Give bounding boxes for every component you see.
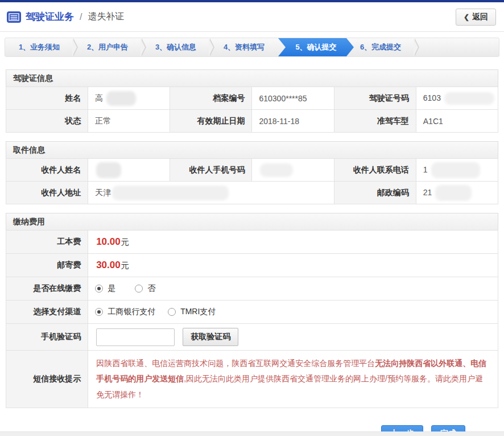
redacted-blur: [96, 162, 121, 178]
license-number-label: 驾驶证号码: [334, 87, 416, 110]
table-row: 手机验证码 获取验证码: [6, 324, 498, 351]
get-sms-code-button[interactable]: 获取验证码: [183, 328, 238, 346]
radio-unselected-icon[interactable]: [168, 308, 176, 316]
section-license-info: 驾驶证信息 姓名 高 档案编号 610300****85 驾驶证号码 6103 …: [6, 69, 498, 133]
radio-selected-icon[interactable]: [95, 285, 103, 293]
fees-table: 工本费 10.00元 邮寄费 30.00元 是否在线缴费: [6, 230, 498, 408]
table-row: 工本费 10.00元: [6, 231, 498, 254]
sms-notice-cell: 因陕西省联通、电信运营商技术问题，陕西省互联网交通安全综合服务管理平台无法向持陕…: [88, 351, 498, 408]
recipient-mobile-label: 收件人手机号码: [170, 159, 252, 182]
recipient-mobile-value: [252, 159, 334, 182]
postage-fee-value: 30.00元: [88, 254, 498, 277]
recipient-phone-label: 收件人联系电话: [334, 159, 416, 182]
radio-option-yes[interactable]: 是: [95, 283, 115, 294]
radio-unselected-icon[interactable]: [135, 285, 143, 293]
sms-notice-label: 短信接收提示: [6, 351, 88, 408]
postage-fee-unit: 元: [121, 261, 129, 270]
section-title-fees: 缴纳费用: [6, 213, 498, 230]
table-row: 状态 正常 有效期止日期 2018-11-18 准驾车型 A1C1: [6, 110, 498, 133]
file-number-label: 档案编号: [170, 87, 252, 110]
radio-label: 工商银行支付: [108, 307, 155, 317]
table-row: 姓名 高 档案编号 610300****85 驾驶证号码 6103: [6, 87, 498, 110]
payment-channel-options: 工商银行支付 TMRI支付: [88, 301, 498, 324]
name-value: 高: [88, 87, 170, 110]
name-label: 姓名: [6, 87, 88, 110]
breadcrumb-divider: /: [80, 12, 82, 22]
recipient-name-label: 收件人姓名: [6, 159, 88, 182]
step-tab-1[interactable]: 1、业务须知: [5, 38, 73, 56]
table-row: 选择支付渠道 工商银行支付 TMRI支付: [6, 301, 498, 324]
table-row: 收件人地址 天津 邮政编码 21: [6, 182, 498, 204]
recipient-address-label: 收件人地址: [6, 182, 88, 204]
step-tab-3[interactable]: 3、确认信息: [142, 38, 210, 56]
radio-label: TMRI支付: [180, 307, 216, 317]
pickup-info-table: 收件人姓名 收件人手机号码 收件人联系电话 1 收件人地址: [6, 158, 498, 204]
sms-code-label: 手机验证码: [6, 324, 88, 351]
step-tab-4[interactable]: 4、资料填写: [210, 38, 278, 56]
sms-notice-text: 因陕西省联通、电信运营商技术问题，陕西省互联网交通安全综合服务管理平台无法向持陕…: [96, 356, 490, 402]
cost-fee-value: 10.00元: [88, 231, 498, 254]
radio-option-tmri[interactable]: TMRI支付: [168, 307, 216, 317]
section-fees: 缴纳费用 工本费 10.00元 邮寄费 30.00元 是否在线缴费: [6, 213, 498, 408]
table-row: 是否在线缴费 是 否: [6, 277, 498, 301]
radio-option-icbc[interactable]: 工商银行支付: [95, 307, 155, 317]
main-content: 驾驶证信息 姓名 高 档案编号 610300****85 驾驶证号码 6103 …: [0, 69, 504, 436]
redacted-blur: [431, 162, 480, 178]
postage-fee-label: 邮寄费: [6, 254, 88, 277]
radio-selected-icon[interactable]: [95, 308, 103, 316]
redacted-blur: [435, 185, 472, 201]
online-payment-options: 是 否: [88, 277, 498, 301]
section-title-license: 驾驶证信息: [6, 69, 498, 87]
redacted-blur: [106, 91, 136, 106]
step-tab-6[interactable]: 6、完成提交: [346, 38, 415, 56]
back-button-label: 返回: [472, 12, 488, 22]
header: 驾驶证业务 / 遗失补证 ❮ 返回: [0, 2, 504, 32]
form-list-icon: [7, 11, 21, 23]
page-title: 驾驶证业务: [26, 10, 74, 23]
recipient-phone-value: 1: [416, 159, 498, 182]
page: 驾驶证业务 / 遗失补证 ❮ 返回 1、业务须知 2、用户申告 3、确认信息 4…: [0, 0, 504, 436]
payment-channel-label: 选择支付渠道: [6, 301, 88, 324]
expiry-date-value: 2018-11-18: [252, 110, 334, 133]
vehicle-class-label: 准驾车型: [334, 110, 416, 133]
file-number-value: 610300****85: [252, 87, 334, 110]
step-tab-2[interactable]: 2、用户申告: [73, 38, 142, 56]
table-row: 邮寄费 30.00元: [6, 254, 498, 277]
status-value: 正常: [88, 110, 170, 133]
section-pickup-info: 取件信息 收件人姓名 收件人手机号码 收件人联系电话 1: [6, 141, 498, 204]
sms-code-cell: 获取验证码: [88, 324, 498, 351]
table-row: 短信接收提示 因陕西省联通、电信运营商技术问题，陕西省互联网交通安全综合服务管理…: [6, 351, 498, 408]
cost-fee-label: 工本费: [6, 231, 88, 254]
status-label: 状态: [6, 110, 88, 133]
license-number-value: 6103: [416, 87, 498, 110]
postal-code-value: 21: [416, 182, 498, 204]
table-row: 收件人姓名 收件人手机号码 收件人联系电话 1: [6, 159, 498, 182]
cost-fee-unit: 元: [121, 237, 129, 246]
recipient-name-value: [88, 159, 170, 182]
online-payment-label: 是否在线缴费: [6, 277, 88, 301]
recipient-address-value: 天津: [88, 182, 334, 204]
license-info-table: 姓名 高 档案编号 610300****85 驾驶证号码 6103 状态 正常 …: [6, 87, 498, 133]
vehicle-class-value: A1C1: [416, 110, 498, 133]
postage-fee-amount: 30.00: [96, 260, 121, 270]
section-title-pickup: 取件信息: [6, 141, 498, 158]
redacted-blur: [112, 186, 229, 200]
cost-fee-amount: 10.00: [96, 236, 121, 247]
breadcrumb: 驾驶证业务 / 遗失补证: [7, 10, 124, 23]
radio-label: 是: [108, 283, 115, 294]
radio-option-no[interactable]: 否: [135, 283, 155, 294]
page-subtitle: 遗失补证: [88, 11, 124, 23]
back-button[interactable]: ❮ 返回: [456, 9, 496, 26]
back-chevron-icon: ❮: [464, 13, 469, 21]
redacted-blur: [260, 163, 293, 177]
footer-strip: [0, 431, 504, 436]
redacted-blur: [444, 92, 494, 105]
expiry-date-label: 有效期止日期: [170, 110, 252, 133]
sms-code-input[interactable]: [96, 328, 175, 346]
postal-code-label: 邮政编码: [334, 182, 416, 204]
step-tab-5-active[interactable]: 5、确认提交: [278, 38, 354, 56]
radio-label: 否: [147, 283, 155, 294]
step-progress-bar: 1、业务须知 2、用户申告 3、确认信息 4、资料填写 5、确认提交 6、完成提…: [5, 38, 499, 57]
